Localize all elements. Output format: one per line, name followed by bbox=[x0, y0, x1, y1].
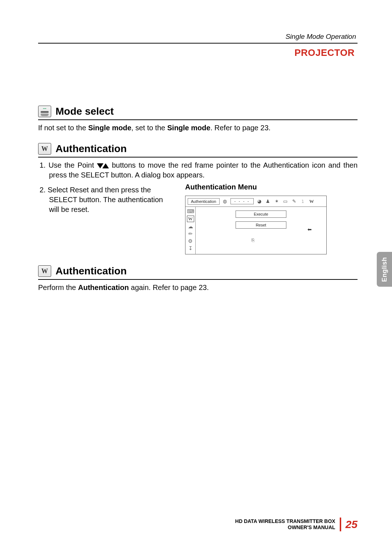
footer-product: HD DATA WIRELESS TRANSMITTER BOX bbox=[235, 518, 335, 525]
exit-icon: ⎘ bbox=[252, 237, 254, 243]
language-tab[interactable]: English bbox=[377, 252, 392, 287]
wireless-icon-2: W bbox=[38, 265, 51, 277]
triangle-up-icon bbox=[102, 163, 109, 168]
section-label: Single Mode Operation bbox=[38, 33, 358, 43]
menu-icon-2: ♟ bbox=[265, 198, 271, 205]
menu-dashes: - - - - bbox=[230, 198, 254, 204]
authentication-underline bbox=[38, 157, 358, 158]
menu-icon-w: W bbox=[308, 198, 315, 205]
authentication2-underline bbox=[38, 279, 358, 280]
authentication-heading: Authentication bbox=[56, 143, 127, 155]
language-tab-label: English bbox=[381, 257, 388, 282]
mode-select-underline bbox=[38, 119, 358, 120]
menu-selected-w-icon: W bbox=[187, 216, 194, 222]
authentication-menu-title: Authentication Menu bbox=[185, 183, 358, 191]
menu-icon-globe: ◍ bbox=[222, 198, 228, 205]
step-2: 2. Select Reset and then press the SELEC… bbox=[38, 185, 174, 214]
mode-select-heading-row: ••• Mode select bbox=[38, 106, 358, 117]
menu-icon-6: 𝟷 bbox=[299, 198, 306, 205]
header-divider bbox=[38, 43, 358, 44]
reset-button[interactable]: Reset bbox=[236, 221, 286, 229]
menu-side-icons: ⌨ W ☁ ✏ ⚙ ↧ bbox=[185, 207, 196, 254]
wireless-icon: W bbox=[38, 143, 51, 155]
footer-manual: OWNER'S MANUAL bbox=[235, 524, 335, 531]
menu-icon-5: ✎ bbox=[291, 198, 297, 205]
page-number: 25 bbox=[346, 518, 358, 531]
footer: HD DATA WIRELESS TRANSMITTER BOX OWNER'S… bbox=[235, 518, 358, 531]
footer-bar bbox=[340, 518, 341, 531]
menu-icon-1: ◕ bbox=[256, 198, 262, 205]
authentication2-heading-row: W Authentication bbox=[38, 265, 358, 277]
menu-icon-4: ▭ bbox=[282, 198, 289, 205]
mode-select-heading: Mode select bbox=[56, 106, 114, 117]
step-1: 1. Use the Point buttons to move the red… bbox=[38, 160, 358, 180]
mode-select-text: If not set to the Single mode, set to th… bbox=[38, 123, 358, 133]
execute-button[interactable]: Execute bbox=[236, 210, 286, 218]
authentication-menu-screenshot: Authentication ◍ - - - - ◕ ♟ ✶ ▭ ✎ 𝟷 W ⌨… bbox=[185, 196, 327, 254]
menu-icon-3: ✶ bbox=[273, 198, 280, 205]
menu-tab-label: Authentication bbox=[188, 198, 220, 205]
projector-heading: PROJECTOR bbox=[38, 47, 358, 58]
authentication-heading-row: W Authentication bbox=[38, 143, 358, 155]
authentication2-heading: Authentication bbox=[56, 265, 127, 277]
mode-select-icon: ••• bbox=[38, 106, 51, 117]
authentication2-text: Perform the Authentication again. Refer … bbox=[38, 283, 358, 293]
pointer-arrow-icon: ⬅ bbox=[307, 226, 312, 232]
